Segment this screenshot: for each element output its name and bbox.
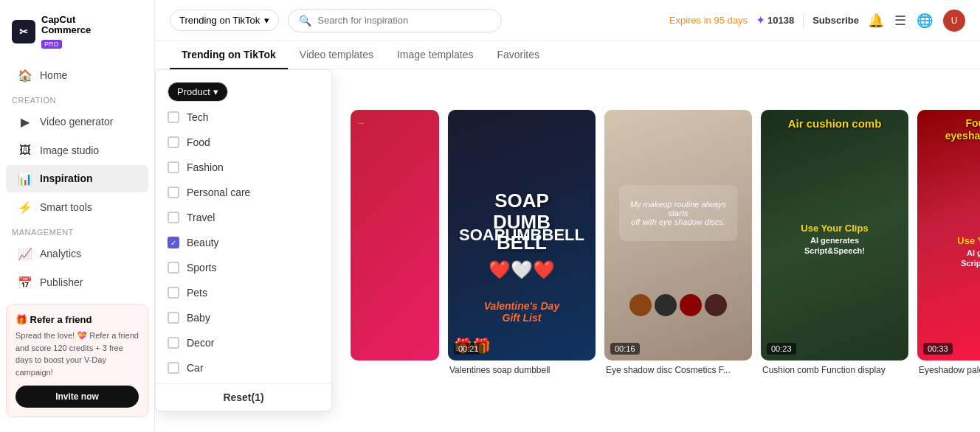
- header-right: Expires in 95 days ✦ 10138 Subscribe 🔔 ☰…: [669, 10, 965, 32]
- filter-item-food[interactable]: Food: [156, 130, 331, 155]
- tab-video-templates[interactable]: Video templates: [288, 41, 385, 69]
- sidebar-item-image-studio[interactable]: 🖼 Image studio: [6, 137, 148, 164]
- filter-item-travel[interactable]: Travel: [156, 205, 331, 230]
- decor-label: Decor: [187, 337, 214, 349]
- video-duration-eye: 00:16: [610, 343, 640, 355]
- video-card-cushion-comb[interactable]: Air cushion comb Use Your Clips AI gener…: [761, 110, 908, 375]
- expires-text: Expires in 95 days: [669, 15, 748, 26]
- video-title-eye: Eye shadow disc Cosmetics F...: [604, 365, 752, 375]
- car-checkbox[interactable]: [168, 362, 179, 374]
- video-title-palette: Eyeshadow palette showcase: [917, 365, 980, 375]
- video-card-eyeshadow[interactable]: My makeup routine always startsoff with …: [604, 110, 752, 375]
- sidebar-item-home[interactable]: 🏠 Home: [6, 62, 148, 89]
- trending-label: Trending on TikTok: [179, 15, 260, 26]
- filter-item-baby[interactable]: Baby: [156, 305, 331, 330]
- logo-text: CapCutCommerce: [41, 15, 91, 36]
- creation-section-label: Creation: [0, 90, 154, 108]
- sidebar-item-video-generator[interactable]: ▶ Video generator: [6, 108, 148, 136]
- filter-dropdown: Product ▾ Tech Food Fashion Personal car…: [155, 69, 332, 411]
- home-icon: 🏠: [18, 69, 32, 83]
- food-label: Food: [187, 136, 210, 148]
- travel-checkbox[interactable]: [168, 212, 179, 223]
- pro-badge: PRO: [41, 40, 62, 49]
- sports-label: Sports: [187, 262, 216, 274]
- beauty-checkbox[interactable]: [168, 237, 179, 248]
- sidebar-item-smart-tools[interactable]: ⚡ Smart tools: [6, 194, 148, 221]
- avatar[interactable]: U: [943, 10, 965, 32]
- baby-checkbox[interactable]: [168, 312, 179, 324]
- video-title-soap: Valentines soap dumbbell: [448, 365, 596, 375]
- pets-checkbox[interactable]: [168, 287, 179, 299]
- video-duration-soap: 00:21: [454, 343, 483, 355]
- filter-item-car[interactable]: Car: [156, 355, 331, 380]
- video-card-partial[interactable]: ...: [351, 110, 439, 360]
- reset-button[interactable]: Reset(1): [156, 383, 331, 411]
- content-area: Product ▾ Tech Food Fashion Personal car…: [155, 69, 980, 432]
- inspiration-icon: 📊: [18, 172, 32, 186]
- tab-favorites[interactable]: Favorites: [485, 41, 551, 69]
- product-filter-button[interactable]: Product ▾: [168, 82, 228, 102]
- video-generator-icon: ▶: [18, 115, 32, 129]
- logo-icon: ✂: [12, 20, 35, 43]
- baby-label: Baby: [187, 312, 210, 324]
- analytics-icon: 📈: [18, 247, 32, 261]
- header: Trending on TikTok ▾ 🔍 Expires in 95 day…: [155, 0, 980, 41]
- logo: ✂ CapCutCommerce PRO: [0, 9, 154, 61]
- search-input[interactable]: [317, 15, 491, 26]
- filter-item-pets[interactable]: Pets: [156, 280, 331, 305]
- sidebar-video-generator-label: Video generator: [40, 116, 113, 128]
- fashion-checkbox[interactable]: [168, 161, 179, 173]
- travel-label: Travel: [187, 212, 215, 223]
- sidebar-item-inspiration[interactable]: 📊 Inspiration: [6, 165, 148, 192]
- personal-care-checkbox[interactable]: [168, 187, 179, 198]
- sidebar-item-publisher[interactable]: 📅 Publisher: [6, 269, 148, 296]
- video-duration-palette: 00:33: [923, 343, 953, 355]
- video-title-cushion: Cushion comb Function display: [761, 365, 908, 375]
- product-filter-label: Product: [177, 86, 210, 97]
- personal-care-label: Personal care: [187, 187, 250, 198]
- video-grid: ... SOAPDUMBBELL ❤️🤍❤️ Valentine's DayGi…: [336, 69, 980, 432]
- sidebar: ✂ CapCutCommerce PRO 🏠 Home Creation ▶ V…: [0, 0, 155, 432]
- sidebar-smart-tools-label: Smart tools: [40, 201, 92, 213]
- trending-dropdown-arrow: ▾: [264, 15, 269, 26]
- decor-checkbox[interactable]: [168, 337, 179, 349]
- product-filter-arrow: ▾: [213, 86, 218, 97]
- filter-item-tech[interactable]: Tech: [156, 105, 331, 130]
- notification-icon[interactable]: 🔔: [868, 13, 884, 29]
- video-card-eyeshadow-palette[interactable]: Four coloreyeshadow palette Use Your Cli…: [917, 110, 980, 375]
- filter-item-decor[interactable]: Decor: [156, 330, 331, 355]
- sports-checkbox[interactable]: [168, 262, 179, 274]
- filter-item-sports[interactable]: Sports: [156, 255, 331, 280]
- tab-trending[interactable]: Trending on TikTok: [170, 41, 288, 69]
- video-card-soap-dumbbell[interactable]: SOAPDUMBBELL ❤️🤍❤️ Valentine's DayGift L…: [448, 110, 596, 375]
- credits-plus-icon: ✦: [756, 15, 765, 26]
- language-icon[interactable]: 🌐: [917, 13, 933, 29]
- header-icons: 🔔 ☰ 🌐 U: [868, 10, 965, 32]
- refer-a-friend-panel: 🎁 Refer a friend Spread the love! 💝 Refe…: [6, 304, 148, 417]
- invite-now-button[interactable]: Invite now: [15, 386, 139, 408]
- video-duration-cushion: 00:23: [767, 343, 796, 355]
- tech-checkbox[interactable]: [168, 111, 179, 123]
- sidebar-item-analytics[interactable]: 📈 Analytics: [6, 240, 148, 268]
- search-bar: 🔍: [288, 9, 502, 32]
- sidebar-inspiration-label: Inspiration: [40, 173, 93, 184]
- tabs-bar: Trending on TikTok Video templates Image…: [155, 41, 980, 69]
- subscribe-button[interactable]: Subscribe: [812, 15, 859, 26]
- sidebar-publisher-label: Publisher: [40, 276, 83, 288]
- food-checkbox[interactable]: [168, 136, 179, 148]
- credits-value: 10138: [767, 15, 794, 26]
- filter-item-beauty[interactable]: Beauty: [156, 230, 331, 255]
- beauty-label: Beauty: [187, 237, 219, 248]
- filter-item-fashion[interactable]: Fashion: [156, 155, 331, 180]
- search-icon: 🔍: [299, 15, 311, 27]
- filter-item-personal-care[interactable]: Personal care: [156, 180, 331, 205]
- tab-image-templates[interactable]: Image templates: [385, 41, 486, 69]
- header-divider: [803, 13, 804, 28]
- refer-text: Spread the love! 💝 Refer a friend and sc…: [15, 330, 139, 378]
- menu-icon[interactable]: ☰: [894, 13, 906, 29]
- main-content: Trending on TikTok ▾ 🔍 Expires in 95 day…: [155, 0, 980, 432]
- sidebar-image-studio-label: Image studio: [40, 144, 99, 156]
- trending-dropdown[interactable]: Trending on TikTok ▾: [170, 10, 279, 31]
- management-section-label: Management: [0, 222, 154, 240]
- fashion-label: Fashion: [187, 161, 224, 173]
